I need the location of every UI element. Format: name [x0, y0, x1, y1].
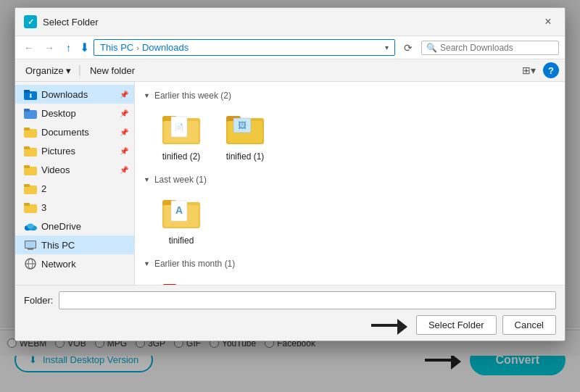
organize-button[interactable]: Organize ▾	[21, 63, 75, 78]
thispc-icon	[24, 238, 37, 251]
dialog-body: ⬇ Downloads 📌 Desktop 📌	[15, 82, 565, 285]
svg-rect-20	[28, 249, 33, 250]
file-item-tinified[interactable]: A tinified	[152, 191, 210, 250]
sidebar-3-label: 3	[41, 202, 46, 213]
toolbar-left: Organize ▾ | New folder	[21, 63, 141, 78]
address-bar: ← → ↑ ⬇ This PC › Downloads ▾ ⟳ 🔍	[15, 36, 565, 59]
forward-button[interactable]: →	[41, 41, 57, 55]
svg-text:A: A	[175, 204, 183, 216]
toolbar-divider: |	[78, 64, 81, 77]
dialog-overlay: ✓ Select Folder × ← → ↑ ⬇ This PC › Down…	[0, 0, 580, 392]
folder-thumb-tinified: A	[162, 195, 200, 233]
file-label-tinified2: tinified (2)	[162, 151, 201, 162]
help-button[interactable]: ?	[543, 62, 559, 78]
desktop-folder-icon	[24, 107, 37, 120]
sidebar-pictures-label: Pictures	[41, 146, 75, 157]
svg-text:⬇: ⬇	[28, 93, 33, 99]
sidebar-item-network[interactable]: Network	[15, 254, 134, 273]
dialog-close-button[interactable]: ×	[540, 14, 556, 30]
folder-input-row: Folder:	[24, 291, 556, 309]
svg-rect-12	[24, 184, 30, 187]
sidebar-item-3[interactable]: 3	[15, 198, 134, 217]
sidebar-item-2[interactable]: 2	[15, 179, 134, 198]
breadcrumb-downloads[interactable]: Downloads	[142, 42, 188, 53]
sidebar-downloads-label: Downloads	[41, 89, 88, 100]
folder-2-icon	[24, 182, 37, 195]
path-download-icon: ⬇	[80, 41, 89, 54]
folder-3-icon	[24, 201, 37, 214]
sidebar-item-documents[interactable]: Documents 📌	[15, 122, 134, 141]
sidebar-item-pictures[interactable]: Pictures 📌	[15, 141, 134, 160]
sidebar-thispc-label: This PC	[41, 240, 75, 251]
pin-icon-pictures: 📌	[120, 147, 128, 155]
select-folder-arrow-icon	[371, 317, 407, 334]
path-dropdown-button[interactable]: ▾	[385, 43, 389, 51]
file-grid-month: Vidmore-0805	[144, 275, 556, 285]
folder-path-input[interactable]	[59, 291, 556, 309]
group-earlier-this-week: Earlier this week (2)	[144, 91, 556, 101]
group-earlier-this-month: Earlier this month (1)	[144, 259, 556, 269]
sidebar-item-thispc[interactable]: This PC	[15, 235, 134, 254]
up-button[interactable]: ↑	[62, 41, 75, 55]
dialog-title-left: ✓ Select Folder	[24, 15, 99, 28]
search-box: 🔍	[421, 41, 559, 55]
breadcrumb-path: This PC › Downloads ▾	[94, 39, 395, 56]
documents-folder-icon	[24, 125, 37, 138]
view-toggle-button[interactable]: ⊞▾	[518, 63, 540, 78]
select-folder-dialog: ✓ Select Folder × ← → ↑ ⬇ This PC › Down…	[14, 7, 566, 341]
downloads-folder-icon: ⬇	[24, 88, 37, 101]
sidebar-network-label: Network	[41, 259, 76, 270]
toolbar: Organize ▾ | New folder ⊞▾ ?	[15, 59, 565, 82]
pin-icon-documents: 📌	[120, 128, 128, 136]
pin-icon-videos: 📌	[120, 166, 128, 174]
file-area: Earlier this week (2) 📄	[135, 82, 565, 285]
file-grid-week: 📄 tinified (2)	[144, 107, 556, 166]
file-item-vidmore[interactable]: Vidmore-0805	[152, 275, 210, 285]
dialog-titlebar: ✓ Select Folder ×	[15, 8, 565, 36]
refresh-button[interactable]: ⟳	[399, 41, 417, 55]
sidebar-item-videos[interactable]: Videos 📌	[15, 160, 134, 179]
file-item-tinified1[interactable]: 🖼 tinified (1)	[216, 107, 274, 166]
svg-point-17	[28, 223, 34, 228]
svg-rect-8	[24, 146, 30, 149]
dialog-footer: Folder: Select Folder Cancel	[15, 285, 565, 341]
sidebar-documents-label: Documents	[41, 127, 89, 138]
organize-label: Organize	[25, 65, 64, 76]
sidebar-item-onedrive[interactable]: OneDrive	[15, 217, 134, 235]
dialog-title: Select Folder	[43, 17, 99, 28]
sidebar-2-label: 2	[41, 183, 46, 194]
pin-icon-downloads: 📌	[120, 91, 128, 99]
svg-text:🖼: 🖼	[238, 120, 246, 130]
svg-rect-19	[25, 241, 36, 248]
sidebar-onedrive-label: OneDrive	[41, 221, 81, 232]
cancel-button[interactable]: Cancel	[502, 315, 556, 335]
pictures-folder-icon	[24, 144, 37, 157]
app-icon: ✓	[24, 15, 37, 28]
new-folder-button[interactable]: New folder	[84, 63, 141, 78]
dialog-actions: Select Folder Cancel	[24, 315, 556, 335]
svg-text:📄: 📄	[175, 122, 184, 132]
svg-rect-6	[24, 128, 30, 130]
breadcrumb-thispc[interactable]: This PC	[100, 42, 133, 53]
back-button[interactable]: ←	[21, 41, 37, 55]
svg-rect-10	[24, 165, 30, 168]
search-icon: 🔍	[426, 43, 437, 53]
sidebar-item-desktop[interactable]: Desktop 📌	[15, 104, 134, 122]
folder-thumb-tinified2: 📄	[162, 111, 200, 149]
folder-thumb-vidmore	[162, 279, 200, 285]
select-folder-button[interactable]: Select Folder	[416, 315, 497, 335]
breadcrumb-separator1: ›	[136, 43, 139, 52]
sidebar-item-downloads[interactable]: ⬇ Downloads 📌	[15, 85, 134, 104]
pin-icon-desktop: 📌	[120, 109, 128, 117]
svg-rect-4	[24, 109, 30, 112]
organize-arrow-icon: ▾	[66, 65, 71, 76]
svg-rect-40	[162, 284, 177, 285]
videos-folder-icon	[24, 163, 37, 176]
svg-rect-14	[24, 203, 30, 206]
folder-label: Folder:	[24, 295, 53, 306]
group-last-week: Last week (1)	[144, 175, 556, 185]
search-input[interactable]	[440, 43, 554, 53]
onedrive-icon	[24, 220, 37, 233]
file-item-tinified2[interactable]: 📄 tinified (2)	[152, 107, 210, 166]
sidebar-videos-label: Videos	[41, 164, 70, 175]
